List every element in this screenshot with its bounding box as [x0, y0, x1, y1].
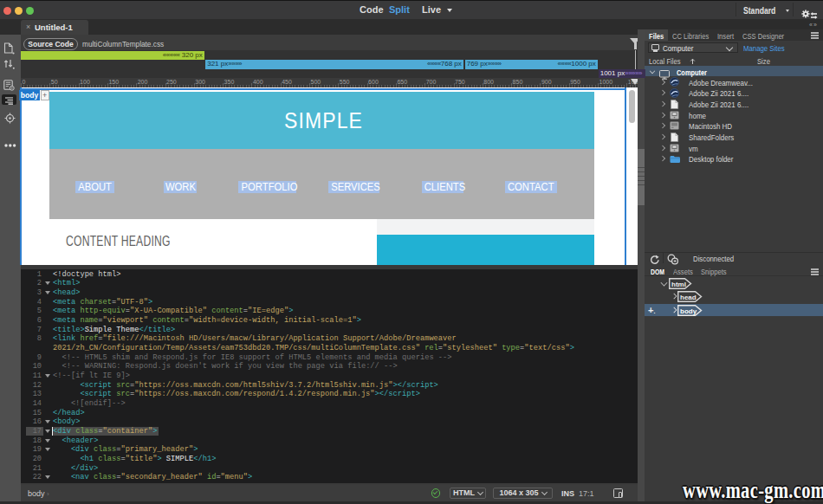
svg-text:head: head [680, 294, 697, 301]
svg-text:body: body [680, 307, 697, 314]
svg-text:html: html [671, 280, 686, 288]
